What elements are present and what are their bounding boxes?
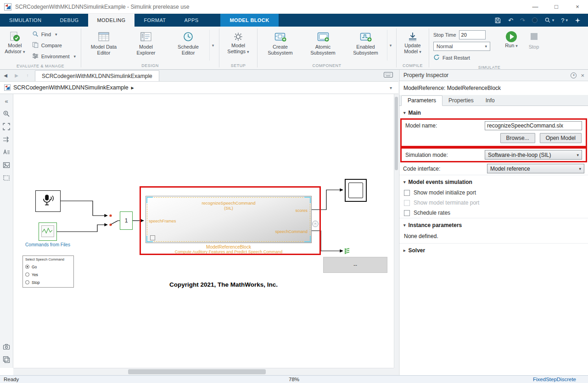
scope-block[interactable] [345, 179, 367, 202]
display-block[interactable]: -- [323, 257, 387, 273]
panel-menu-icon[interactable]: ▾ [571, 72, 577, 78]
status-bar: Ready 78% FixedStepDiscrete [0, 375, 588, 383]
chevron-down-icon: ▾ [403, 180, 406, 184]
speech-command-selector[interactable]: Select Speech Command Go Yes Stop [22, 255, 74, 288]
model-data-editor-icon [98, 30, 110, 43]
search-icon[interactable]: ▾ [544, 17, 554, 23]
show-terminate-checkbox [404, 200, 410, 206]
preferences-sparkle-icon[interactable] [575, 17, 581, 23]
chevron-down-icon: ▾ [515, 44, 518, 48]
enabled-subsystem-button[interactable]: Enabled Subsystem [344, 28, 387, 62]
model-advisor-button[interactable]: Model Advisor▾ [1, 28, 28, 63]
fast-restart-button[interactable]: Fast Restart [433, 52, 497, 63]
maximize-button[interactable]: □ [546, 0, 567, 13]
find-button[interactable]: Find ▾ [29, 29, 78, 40]
section-model-events[interactable]: ▾ Model events simulation [399, 175, 588, 188]
hide-browser-icon[interactable]: « [2, 96, 11, 105]
layers-icon[interactable] [2, 355, 11, 364]
model-name-input[interactable] [485, 121, 582, 130]
tab-parameters[interactable]: Parameters [401, 95, 442, 106]
tab-apps[interactable]: APPS [175, 14, 207, 27]
zoom-icon[interactable] [2, 109, 11, 118]
tab-modeling[interactable]: MODELING [88, 14, 135, 27]
code-interface-select[interactable]: Model reference ▾ [487, 164, 584, 173]
fit-to-view-icon[interactable] [2, 122, 11, 131]
radio-icon[interactable] [25, 272, 29, 277]
model-canvas[interactable]: Commands from Files 1 recognizeSpeechCom… [13, 94, 394, 368]
undo-icon[interactable]: ↶ [508, 17, 513, 24]
inspector-close-icon[interactable]: × [581, 72, 584, 79]
model-explorer-button[interactable]: Model Explorer [125, 28, 167, 62]
simulink-logo-icon [4, 3, 11, 11]
simulation-mode-dropdown[interactable]: Normal ▾ [433, 42, 490, 51]
run-button[interactable]: Run▾ [499, 28, 523, 64]
keyboard-shortcuts-icon[interactable] [384, 72, 393, 79]
open-model-button[interactable]: Open Model [540, 133, 582, 143]
model-ref-block-description: Compute Auditory Features and Predict Sp… [146, 250, 312, 254]
breadcrumb-dropdown-icon[interactable]: ▾ [390, 85, 392, 90]
forward-button[interactable]: ▶ [11, 69, 22, 81]
tab-model-block[interactable]: MODEL BLOCK [220, 14, 278, 27]
model-document-tab[interactable]: SCRCodegenWithMKLDNNSimulinkExample [35, 70, 159, 81]
radio-option-go[interactable]: Go [25, 263, 71, 271]
radio-icon[interactable] [25, 280, 29, 284]
schedule-editor-button[interactable]: Schedule Editor [167, 28, 209, 62]
solver-link[interactable]: FixedStepDiscrete [533, 377, 584, 382]
simulation-mode-select[interactable]: Software-in-the-loop (SIL) ▾ [485, 150, 582, 160]
minimize-button[interactable]: — [525, 0, 546, 13]
tab-simulation[interactable]: SIMULATION [0, 14, 50, 27]
model-reference-block[interactable]: recognizeSpeechCommand (SIL) speechFrame… [146, 196, 312, 243]
help-icon[interactable]: ? ▾ [561, 17, 568, 24]
gain-block[interactable]: 1 [120, 211, 133, 230]
area-icon[interactable] [2, 173, 11, 183]
radio-icon[interactable] [25, 265, 29, 269]
back-button[interactable]: ◀ [0, 69, 11, 81]
stop-time-label: Stop Time [433, 32, 456, 38]
tab-info[interactable]: Info [480, 96, 501, 105]
design-overflow-button[interactable]: ▾ [209, 30, 216, 61]
show-initialize-checkbox[interactable] [404, 190, 410, 196]
browse-button[interactable]: Browse... [500, 133, 535, 143]
environment-button[interactable]: Environment ▾ [29, 51, 78, 62]
content-preview-toggle[interactable]: ^ [312, 221, 319, 227]
stop-time-input[interactable] [459, 30, 486, 39]
commands-from-files-block[interactable] [39, 222, 57, 241]
zoom-level: 78% [289, 377, 299, 382]
up-to-parent-button[interactable]: ↑ [22, 69, 33, 81]
section-label-compile: COMPILE [397, 62, 429, 69]
microphone-block[interactable] [35, 190, 61, 212]
input-port-label: speechFrames [149, 219, 176, 223]
tab-properties[interactable]: Properties [442, 96, 480, 105]
tab-debug[interactable]: DEBUG [50, 14, 88, 27]
model-data-editor-button[interactable]: Model Data Editor [83, 28, 125, 62]
create-subsystem-button[interactable]: Create Subsystem [259, 28, 302, 62]
update-model-button[interactable]: Update Model▾ [398, 28, 427, 62]
main-area: ◀ ▶ ↑ SCRCodegenWithMKLDNNSimulinkExampl… [0, 70, 588, 375]
canvas-vertical-scrollbar[interactable] [394, 94, 398, 368]
close-button[interactable]: × [567, 0, 588, 13]
annotation-icon[interactable] [2, 148, 11, 157]
schedule-rates-checkbox[interactable] [404, 210, 410, 216]
chevron-down-icon: ▾ [73, 54, 76, 59]
section-instance-parameters[interactable]: ▾ Instance parameters [399, 218, 588, 231]
section-main[interactable]: ▾ Main [399, 106, 588, 118]
component-overflow-button[interactable]: ▾ [387, 30, 394, 61]
radio-option-yes[interactable]: Yes [25, 271, 71, 278]
viewmarks-icon[interactable] [2, 342, 11, 351]
signal-routing-icon[interactable] [2, 135, 11, 144]
compare-button[interactable]: Compare [29, 40, 78, 51]
image-icon[interactable] [2, 161, 11, 170]
radio-option-stop[interactable]: Stop [25, 278, 71, 286]
save-icon[interactable] [494, 17, 501, 24]
breadcrumb-model-name[interactable]: SCRCodegenWithMKLDNNSimulinkExample [13, 84, 129, 91]
model-ref-badge-icon [150, 235, 155, 240]
redo-icon[interactable]: ↷ [520, 17, 525, 24]
tab-format[interactable]: FORMAT [134, 14, 175, 27]
atomic-subsystem-button[interactable]: Atomic Subsystem [302, 28, 344, 62]
section-solver[interactable]: ▸ Solver [399, 243, 588, 256]
record-icon[interactable] [532, 17, 538, 23]
atomic-subsystem-icon [317, 30, 330, 43]
canvas-horizontal-scrollbar[interactable] [13, 368, 394, 375]
model-settings-button[interactable]: Model Settings▾ [222, 28, 255, 62]
stop-button[interactable]: Stop [523, 28, 544, 64]
